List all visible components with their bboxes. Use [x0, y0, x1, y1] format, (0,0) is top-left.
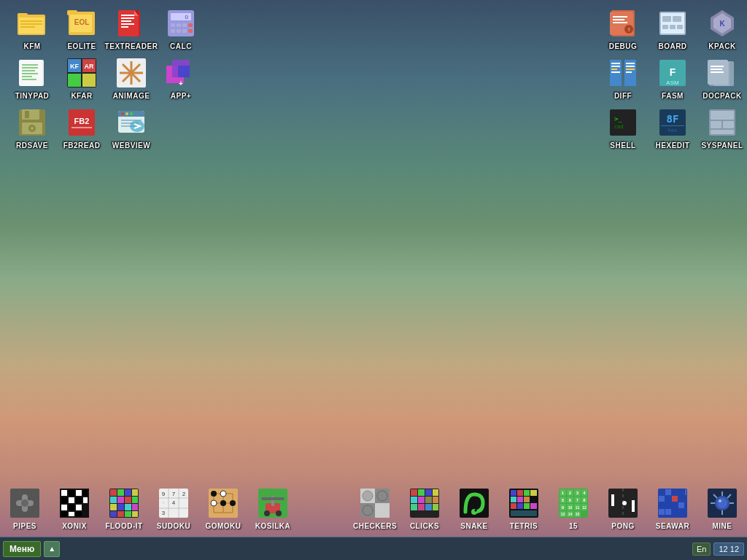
svg-rect-181 — [261, 497, 285, 500]
language-indicator[interactable]: En — [692, 542, 711, 556]
svg-rect-261 — [659, 496, 665, 502]
icon-tetris[interactable]: TETRIS — [499, 486, 549, 534]
svg-rect-117 — [723, 121, 734, 128]
icon-seawar[interactable]: SEAWAR — [648, 486, 697, 534]
svg-point-205 — [475, 510, 477, 512]
icon-syspanel[interactable]: SYSPANEL — [697, 105, 747, 150]
svg-rect-5 — [20, 26, 35, 28]
svg-rect-272 — [678, 509, 684, 515]
bottom-game-icons: PIPES — [0, 486, 747, 534]
svg-text:2: 2 — [182, 491, 186, 497]
svg-rect-107 — [610, 109, 636, 136]
icon-pong[interactable]: PONG — [598, 486, 648, 534]
svg-rect-62 — [71, 127, 92, 128]
icon-shell[interactable]: >_cmd SHELL — [598, 105, 648, 150]
icon-kfar[interactable]: KF AR KFAR — [57, 55, 107, 101]
svg-rect-135 — [61, 512, 67, 516]
svg-rect-148 — [117, 504, 124, 510]
icon-pipes[interactable]: PIPES — [0, 486, 50, 534]
icon-hexedit[interactable]: 8Fhex HEXEDIT — [648, 105, 697, 150]
icon-calc[interactable]: 0 CALC — [156, 6, 206, 51]
svg-text:13: 13 — [561, 512, 565, 516]
icon-snake[interactable]: SNAKE — [449, 486, 499, 534]
svg-rect-216 — [524, 503, 530, 509]
svg-rect-130 — [76, 497, 82, 503]
icon-tinypad[interactable]: TINYPAD — [7, 55, 57, 101]
icon-appplus[interactable]: + APP+ — [156, 55, 206, 101]
svg-rect-217 — [530, 503, 537, 509]
svg-point-67 — [125, 112, 128, 115]
icon-board[interactable]: BOARD — [648, 6, 697, 51]
svg-text:AR: AR — [85, 63, 94, 70]
svg-point-188 — [377, 491, 387, 501]
icon-flood-it[interactable]: FLOOD-IT — [99, 486, 149, 534]
svg-rect-13 — [121, 18, 134, 19]
svg-rect-94 — [626, 66, 635, 67]
icon-mine[interactable]: MINE — [697, 486, 747, 534]
svg-rect-194 — [433, 489, 438, 496]
svg-text:F: F — [670, 66, 676, 78]
icon-animage[interactable]: ANIMAGE — [107, 55, 156, 101]
icon-webview[interactable]: WEBVIEW — [107, 105, 156, 150]
svg-rect-115 — [711, 111, 734, 120]
svg-rect-262 — [665, 496, 671, 502]
svg-rect-258 — [672, 489, 678, 495]
svg-rect-215 — [517, 503, 523, 509]
svg-rect-52 — [178, 66, 190, 77]
svg-text:12: 12 — [582, 505, 587, 510]
svg-rect-199 — [411, 504, 417, 510]
icon-sudoku[interactable]: 9 7 2 · 4 3 SUDOKU — [149, 486, 198, 534]
icon-kfm[interactable]: KFM — [7, 6, 57, 51]
taskbar-arrow-icon[interactable]: ▲ — [44, 541, 60, 557]
icon-docpack[interactable]: DOCPACK — [697, 55, 747, 101]
svg-rect-42 — [82, 74, 96, 87]
svg-rect-97 — [626, 71, 632, 73]
svg-rect-55 — [22, 109, 39, 120]
svg-rect-259 — [678, 489, 684, 495]
svg-rect-191 — [411, 489, 417, 496]
svg-text:·: · — [163, 499, 164, 506]
svg-rect-90 — [611, 63, 620, 64]
icon-fb2read[interactable]: FB2 FB2READ — [57, 105, 107, 150]
svg-rect-192 — [418, 489, 425, 496]
icon-textreader[interactable]: TEXTREADER — [107, 6, 156, 51]
svg-text:K: K — [719, 20, 725, 28]
svg-point-68 — [130, 112, 133, 115]
svg-rect-32 — [22, 64, 38, 66]
icon-xonix[interactable]: XONIX — [50, 486, 99, 534]
icon-debug[interactable]: ! DEBUG — [598, 6, 648, 51]
svg-rect-95 — [626, 69, 635, 70]
icon-diff[interactable]: DIFF — [598, 55, 648, 101]
svg-rect-265 — [659, 502, 665, 508]
svg-rect-146 — [132, 497, 138, 503]
icon-fasm[interactable]: FASM FASM — [648, 55, 697, 101]
icon-clicks[interactable]: CLICKS — [400, 486, 449, 534]
svg-point-177 — [230, 500, 236, 506]
start-button[interactable]: Меню — [3, 541, 41, 557]
svg-rect-211 — [511, 497, 516, 502]
svg-rect-126 — [76, 490, 82, 496]
svg-text:+: + — [179, 79, 183, 88]
icon-checkers[interactable]: CHECKERS — [350, 486, 400, 534]
svg-rect-104 — [711, 66, 724, 67]
svg-point-187 — [363, 505, 373, 516]
icon-rdsave[interactable]: RDSAVE — [7, 105, 57, 150]
svg-rect-212 — [517, 497, 523, 502]
svg-rect-208 — [517, 490, 523, 496]
icon-15[interactable]: 1 2 3 4 5 6 7 8 9 10 11 12 13 14 15 15 — [549, 486, 598, 534]
svg-point-176 — [220, 500, 226, 506]
icon-kosilka[interactable]: KOSILKA — [248, 486, 298, 534]
icon-gomoku[interactable]: GOMOKU — [198, 486, 248, 534]
svg-text:FB2: FB2 — [74, 117, 90, 125]
svg-rect-134 — [76, 505, 82, 510]
svg-rect-133 — [69, 505, 74, 510]
svg-rect-77 — [613, 22, 627, 23]
svg-point-175 — [211, 500, 217, 506]
svg-rect-12 — [121, 15, 134, 16]
icon-eolite[interactable]: EOL EOLITE — [57, 6, 107, 51]
icon-kpack[interactable]: K KPACK — [697, 6, 747, 51]
svg-rect-56 — [25, 111, 29, 118]
svg-point-173 — [211, 491, 217, 497]
svg-rect-35 — [22, 73, 38, 74]
svg-rect-28 — [182, 29, 187, 33]
